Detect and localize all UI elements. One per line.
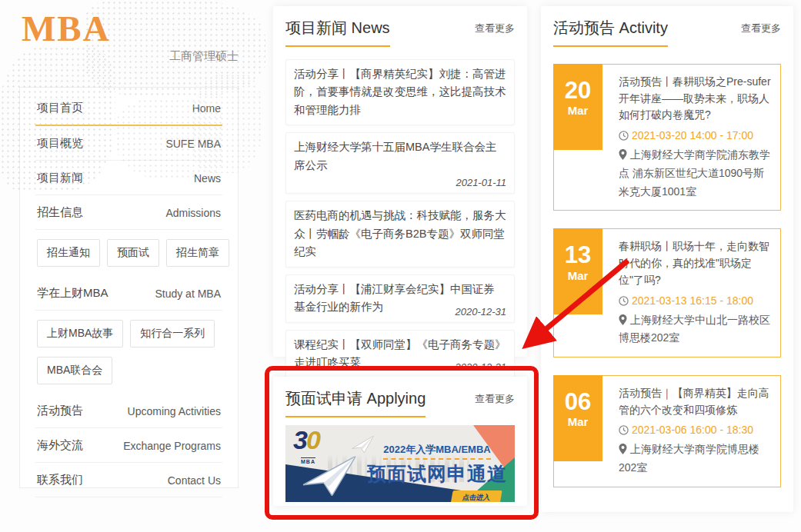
- activity-panel-title: 活动预告 Activity: [553, 18, 668, 47]
- sidebar-item-activities[interactable]: 活动预告 Upcoming Activities: [35, 394, 222, 428]
- event-time-text: 2021-03-06 16:00 - 18:30: [632, 424, 753, 436]
- event-month: Mar: [553, 104, 602, 117]
- event-month: Mar: [553, 415, 602, 428]
- event-title: 活动预告｜【商界精英】走向高管的六个改变和四项修炼: [619, 385, 771, 418]
- menu-label-zh: 学在上财MBA: [37, 286, 108, 301]
- news-panel-title: 项目新闻 News: [285, 18, 390, 47]
- banner-text-block: 2022年入学MBA/EMBA 预面试网申通道 点击进入: [365, 442, 509, 502]
- event-time-text: 2021-03-20 14:00 - 17:00: [632, 129, 753, 141]
- sidebar-item-exchange[interactable]: 海外交流 Exchange Programs: [35, 428, 222, 463]
- event-date-badge: 13 Mar: [553, 228, 602, 314]
- menu-label-zh: 项目新闻: [37, 171, 83, 185]
- event-location: 上海财经大学商学院浦东教学点 浦东新区世纪大道1090号斯米克大厦1001室: [619, 146, 771, 201]
- news-item-date: 2020-12-31: [451, 306, 507, 318]
- event-time-text: 2021-03-13 16:15 - 18:00: [632, 294, 753, 307]
- clock-icon: [619, 131, 629, 141]
- admission-notice-button[interactable]: 招生通知: [37, 239, 100, 267]
- event-location-text: 上海财经大学商学院博思楼202室: [619, 443, 759, 474]
- news-item-date: 2021-01-11: [451, 177, 506, 188]
- news-item[interactable]: 上海财经大学第十五届MBA学生联合会主席公示 2021-01-11: [285, 132, 515, 194]
- menu-label-zh: 联系我们: [37, 473, 83, 487]
- study-buttons-row2: MBA联合会: [35, 351, 222, 394]
- admissions-buttons: 招生通知 预面试 招生简章: [35, 230, 222, 276]
- menu-label-zh: 海外交流: [37, 438, 83, 453]
- clock-icon: [619, 425, 629, 435]
- news-item-text: 上海财经大学第十五届MBA学生联合会主席公示: [294, 138, 506, 175]
- sidebar-item-study[interactable]: 学在上财MBA Study at MBA: [35, 276, 222, 311]
- sidebar-item-admissions[interactable]: 招生信息 Admissions: [35, 195, 222, 230]
- location-pin-icon: [619, 149, 627, 160]
- event-day: 20: [553, 78, 602, 104]
- event-time: 2021-03-06 16:00 - 18:30: [619, 424, 771, 436]
- admission-guide-button[interactable]: 招生简章: [166, 239, 229, 267]
- banner-subtitle: 2022年入学MBA/EMBA: [383, 443, 490, 460]
- menu-label-en: Study at MBA: [155, 288, 221, 300]
- anniversary-30-logo: 30 MBA: [293, 427, 319, 453]
- applying-panel: 预面试申请 Applying 查看更多 30 MBA 2022年入学MBA/EM…: [273, 377, 527, 506]
- menu-label-zh: 招生信息: [37, 205, 83, 220]
- event-time: 2021-03-20 14:00 - 17:00: [619, 129, 771, 141]
- news-title-zh: 项目新闻: [285, 19, 347, 36]
- pre-interview-button[interactable]: 预面试: [107, 239, 159, 267]
- applying-panel-title: 预面试申请 Applying: [285, 388, 426, 417]
- menu-label-en: Upcoming Activities: [128, 405, 221, 417]
- news-title-en: News: [352, 19, 390, 36]
- study-buttons-row1: 上财MBA故事 知行合一系列: [35, 311, 222, 351]
- menu-label-zh: 项目首页: [37, 101, 83, 115]
- event-card[interactable]: 13 Mar 春耕职场丨职场十年，走向数智时代的你，真的找准"职场定位"了吗? …: [553, 228, 781, 357]
- news-more-link[interactable]: 查看更多: [475, 22, 515, 35]
- event-title: 活动预告丨春耕职场之Pre-sufer开年讲座——取势未来，职场人如何打破内卷魔…: [619, 74, 771, 124]
- news-item[interactable]: 活动分享丨【浦江财享会纪实】中国证券基金行业的新作为 2020-12-31: [285, 274, 515, 323]
- menu-label-en: Admissions: [165, 207, 221, 219]
- menu-label-zh: 项目概览: [37, 136, 83, 151]
- event-location: 上海财经大学商学院博思楼202室: [619, 441, 771, 477]
- sidebar-item-overview[interactable]: 项目概览 SUFE MBA: [35, 126, 222, 161]
- location-pin-icon: [619, 444, 627, 454]
- activity-title-zh: 活动预告: [553, 19, 615, 36]
- event-date-badge: 20 Mar: [553, 64, 602, 150]
- news-item[interactable]: 课程纪实丨【双师同堂】《电子商务专题》走进叮咚买菜 2020-12-31: [285, 330, 515, 378]
- menu-label-en: SUFE MBA: [165, 138, 221, 150]
- logo-digit: 0: [306, 425, 319, 454]
- program-subtitle: 工商管理硕士: [19, 49, 239, 64]
- menu-label-en: Contact Us: [168, 474, 221, 487]
- event-list: 20 Mar 活动预告丨春耕职场之Pre-sufer开年讲座——取势未来，职场人…: [553, 64, 781, 487]
- event-location-text: 上海财经大学商学院浦东教学点 浦东新区世纪大道1090号斯米克大厦1001室: [619, 148, 770, 198]
- banner-title: 预面试网申通道: [365, 461, 509, 487]
- event-card[interactable]: 20 Mar 活动预告丨春耕职场之Pre-sufer开年讲座——取势未来，职场人…: [553, 64, 781, 211]
- news-item[interactable]: 医药电商的机遇与挑战：科技赋能，服务大众丨劳帼龄《电子商务B2B专题》双师同堂纪…: [285, 201, 515, 267]
- news-item[interactable]: 活动分享丨【商界精英纪实】刘捷：高管进阶，首要事情就是改变思维，这比提高技术和管…: [285, 59, 515, 125]
- activity-panel: 活动预告 Activity 查看更多 20 Mar 活动预告丨春耕职场之Pre-…: [541, 6, 793, 512]
- pre-interview-banner[interactable]: 30 MBA 2022年入学MBA/EMBA 预面试网申通道 点击进入: [285, 425, 515, 502]
- mba-union-button[interactable]: MBA联合会: [37, 357, 112, 384]
- event-month: Mar: [553, 269, 602, 282]
- event-card[interactable]: 06 Mar 活动预告｜【商界精英】走向高管的六个改变和四项修炼 2021-03…: [553, 375, 781, 487]
- event-date-badge: 06 Mar: [553, 375, 602, 461]
- clock-icon: [619, 296, 629, 306]
- applying-title-zh: 预面试申请: [285, 390, 362, 407]
- event-location: 上海财经大学中山北一路校区博思楼202室: [619, 311, 771, 348]
- logo-digit: 3: [293, 425, 306, 454]
- event-title: 春耕职场丨职场十年，走向数智时代的你，真的找准"职场定位"了吗?: [619, 238, 771, 288]
- world-map-dots: [85, 0, 265, 96]
- mba-story-button[interactable]: 上财MBA故事: [37, 320, 123, 347]
- sidebar-item-news[interactable]: 项目新闻 News: [35, 161, 222, 195]
- news-item-date: 2020-12-31: [451, 361, 507, 373]
- event-day: 13: [553, 242, 602, 268]
- activity-title-en: Activity: [619, 19, 668, 36]
- applying-more-link[interactable]: 查看更多: [475, 392, 515, 406]
- sidebar-item-contact[interactable]: 联系我们 Contact Us: [35, 463, 222, 497]
- sidebar-menu: 项目首页 Home 项目概览 SUFE MBA 项目新闻 News 招生信息 A…: [19, 87, 239, 488]
- sidebar-item-home[interactable]: 项目首页 Home: [35, 91, 222, 126]
- zhixing-series-button[interactable]: 知行合一系列: [130, 320, 215, 347]
- news-item-text: 医药电商的机遇与挑战：科技赋能，服务大众丨劳帼龄《电子商务B2B专题》双师同堂纪…: [294, 207, 506, 261]
- banner-enter-button[interactable]: 点击进入: [450, 490, 502, 502]
- event-time: 2021-03-13 16:15 - 18:00: [619, 294, 771, 307]
- event-day: 06: [553, 389, 602, 415]
- mba-logo[interactable]: MBA: [22, 8, 111, 49]
- paper-plane-icon: [301, 456, 360, 498]
- activity-more-link[interactable]: 查看更多: [741, 22, 781, 35]
- event-location-text: 上海财经大学中山北一路校区博思楼202室: [619, 314, 770, 344]
- location-pin-icon: [619, 314, 627, 325]
- menu-label-en: News: [194, 172, 221, 185]
